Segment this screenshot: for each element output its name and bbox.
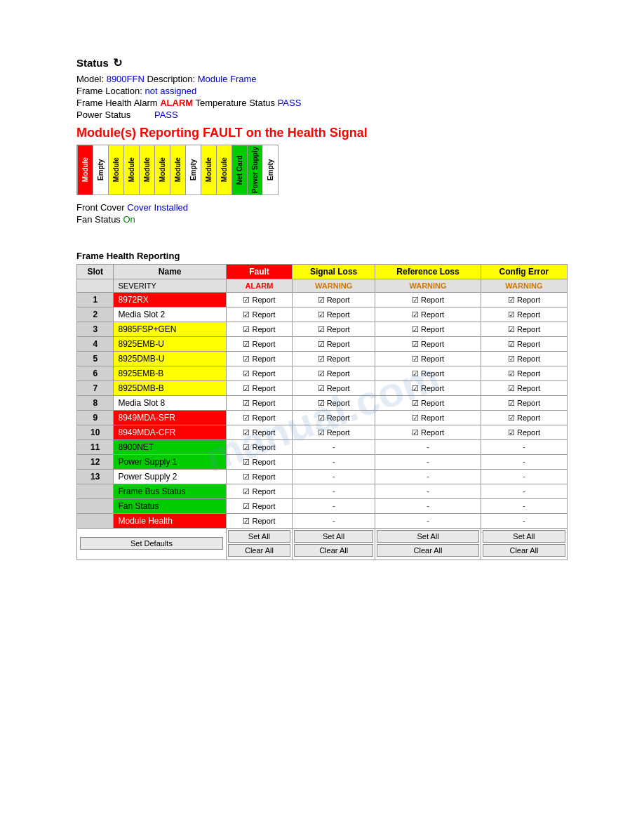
signal-fs: - (293, 499, 375, 514)
table-row: 3 8985FSP+GEN ☑ Report ☑ Report ☑ Report… (77, 322, 568, 337)
set-defaults-button[interactable]: Set Defaults (80, 537, 223, 550)
fault-10[interactable]: ☑ Report (226, 425, 292, 440)
model-value[interactable]: 8900FFN (107, 74, 145, 84)
reference-6[interactable]: ☑ Report (375, 366, 481, 381)
reference-12: - (375, 455, 481, 470)
config-13: - (481, 470, 567, 484)
severity-config: WARNING (481, 279, 567, 293)
slot-4: 4 (77, 337, 114, 352)
severity-slot (77, 279, 114, 293)
table-row: Module Health ☑ Report - - - (77, 514, 568, 529)
module-cell-6: Module (154, 145, 170, 194)
config-4[interactable]: ☑ Report (481, 337, 567, 352)
name-11: 8900NET (114, 440, 226, 455)
refresh-icon[interactable]: ↻ (113, 56, 122, 70)
fault-2[interactable]: ☑ Report (226, 307, 292, 322)
fault-7[interactable]: ☑ Report (226, 381, 292, 396)
config-6[interactable]: ☑ Report (481, 366, 567, 381)
reference-2[interactable]: ☑ Report (375, 307, 481, 322)
module-cell-9: Module (201, 145, 216, 194)
signal-1[interactable]: ☑ Report (293, 293, 375, 307)
signal-4[interactable]: ☑ Report (293, 337, 375, 352)
col-slot: Slot (77, 265, 114, 279)
reference-7[interactable]: ☑ Report (375, 381, 481, 396)
signal-6[interactable]: ☑ Report (293, 366, 375, 381)
config-8[interactable]: ☑ Report (481, 396, 567, 411)
clear-all-config-button[interactable]: Clear All (483, 544, 565, 557)
name-fs: Fan Status (114, 499, 226, 514)
signal-3[interactable]: ☑ Report (293, 322, 375, 337)
config-10[interactable]: ☑ Report (481, 425, 567, 440)
set-all-signal-button[interactable]: Set All (294, 530, 373, 543)
reference-8[interactable]: ☑ Report (375, 396, 481, 411)
fault-4[interactable]: ☑ Report (226, 337, 292, 352)
fault-11[interactable]: ☑ Report (226, 440, 292, 455)
fault-fs[interactable]: ☑ Report (226, 499, 292, 514)
set-all-reference-button[interactable]: Set All (377, 530, 479, 543)
severity-label: SEVERITY (114, 279, 226, 293)
signal-9[interactable]: ☑ Report (293, 411, 375, 425)
module-cell-5: Module (139, 145, 154, 194)
module-cell-12: Power Supply (247, 145, 262, 194)
fault-9[interactable]: ☑ Report (226, 411, 292, 425)
reference-mh: - (375, 514, 481, 529)
config-3[interactable]: ☑ Report (481, 322, 567, 337)
fault-fbs[interactable]: ☑ Report (226, 484, 292, 499)
set-all-config-button[interactable]: Set All (483, 530, 565, 543)
table-row: 1 8972RX ☑ Report ☑ Report ☑ Report ☑ Re… (77, 293, 568, 307)
config-mh: - (481, 514, 567, 529)
table-row: 5 8925DMB-U ☑ Report ☑ Report ☑ Report ☑… (77, 352, 568, 366)
fault-3[interactable]: ☑ Report (226, 322, 292, 337)
fault-6[interactable]: ☑ Report (226, 366, 292, 381)
config-2[interactable]: ☑ Report (481, 307, 567, 322)
name-12: Power Supply 1 (114, 455, 226, 470)
fault-13[interactable]: ☑ Report (226, 470, 292, 484)
frame-health-alarm: ALARM (160, 98, 193, 108)
config-9[interactable]: ☑ Report (481, 411, 567, 425)
reference-10[interactable]: ☑ Report (375, 425, 481, 440)
signal-7[interactable]: ☑ Report (293, 381, 375, 396)
signal-2[interactable]: ☑ Report (293, 307, 375, 322)
reference-4[interactable]: ☑ Report (375, 337, 481, 352)
reference-5[interactable]: ☑ Report (375, 352, 481, 366)
name-4: 8925EMB-U (114, 337, 226, 352)
col-signal: Signal Loss (293, 265, 375, 279)
set-all-fault-button[interactable]: Set All (228, 530, 290, 543)
fault-mh[interactable]: ☑ Report (226, 514, 292, 529)
fault-5[interactable]: ☑ Report (226, 352, 292, 366)
slot-13: 13 (77, 470, 114, 484)
fault-8[interactable]: ☑ Report (226, 396, 292, 411)
power-status-line: Power Status PASS (76, 110, 568, 120)
slot-1: 1 (77, 293, 114, 307)
description-value[interactable]: Module Frame (198, 74, 257, 84)
frame-location-value[interactable]: not assigned (145, 86, 197, 96)
signal-10[interactable]: ☑ Report (293, 425, 375, 440)
clear-all-fault-button[interactable]: Clear All (228, 544, 290, 557)
signal-13: - (293, 470, 375, 484)
slot-12: 12 (77, 455, 114, 470)
name-fbs: Frame Bus Status (114, 484, 226, 499)
col-config: Config Error (481, 265, 567, 279)
signal-fbs: - (293, 484, 375, 499)
fault-1[interactable]: ☑ Report (226, 293, 292, 307)
signal-8[interactable]: ☑ Report (293, 396, 375, 411)
config-7[interactable]: ☑ Report (481, 381, 567, 396)
name-1: 8972RX (114, 293, 226, 307)
section-title: Frame Health Reporting (76, 251, 568, 261)
clear-all-signal-button[interactable]: Clear All (294, 544, 373, 557)
reference-1[interactable]: ☑ Report (375, 293, 481, 307)
reference-3[interactable]: ☑ Report (375, 322, 481, 337)
signal-5[interactable]: ☑ Report (293, 352, 375, 366)
config-1[interactable]: ☑ Report (481, 293, 567, 307)
front-cover-value[interactable]: Cover Installed (127, 202, 188, 213)
reference-13: - (375, 470, 481, 484)
table-row: 6 8925EMB-B ☑ Report ☑ Report ☑ Report ☑… (77, 366, 568, 381)
slot-3: 3 (77, 322, 114, 337)
config-5[interactable]: ☑ Report (481, 352, 567, 366)
fan-status-label: Fan Status (76, 214, 121, 225)
name-9: 8949MDA-SFR (114, 411, 226, 425)
clear-all-reference-button[interactable]: Clear All (377, 544, 479, 557)
slot-9: 9 (77, 411, 114, 425)
reference-9[interactable]: ☑ Report (375, 411, 481, 425)
fault-12[interactable]: ☑ Report (226, 455, 292, 470)
